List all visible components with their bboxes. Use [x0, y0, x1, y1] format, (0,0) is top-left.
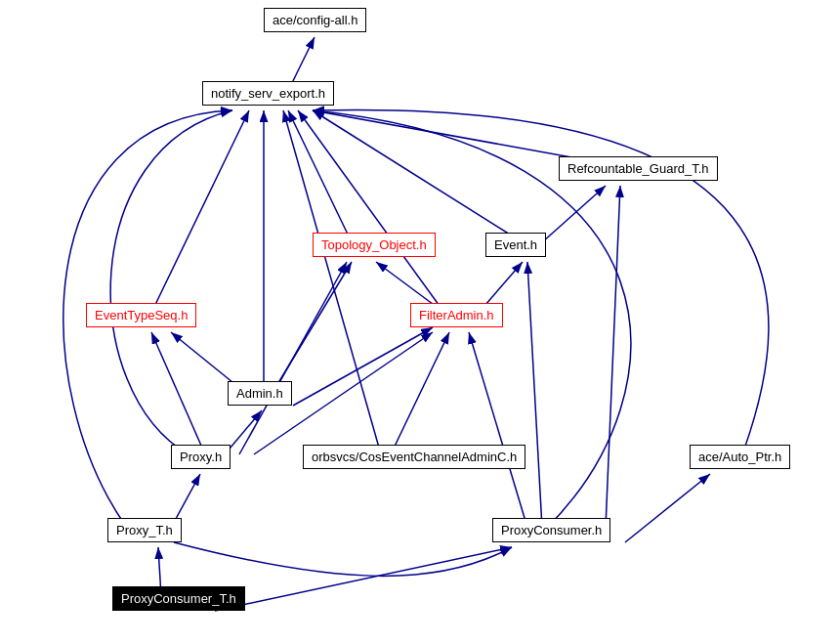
diagram-container: ace/config-all.h notify_serv_export.h Re… — [0, 0, 840, 644]
node-proxyconsumer: ProxyConsumer.h — [492, 518, 610, 542]
svg-line-24 — [625, 474, 710, 542]
svg-line-21 — [469, 332, 527, 528]
svg-line-13 — [293, 327, 433, 406]
node-topology: Topology_Object.h — [313, 233, 436, 257]
node-ace-auto: ace/Auto_Ptr.h — [690, 445, 790, 469]
node-filteradmin: FilterAdmin.h — [410, 303, 503, 327]
svg-line-23 — [606, 186, 620, 528]
svg-line-22 — [527, 262, 542, 528]
node-proxy: Proxy.h — [171, 445, 231, 469]
svg-line-5 — [151, 110, 249, 313]
node-proxyconsumer-t: ProxyConsumer_T.h — [112, 586, 245, 611]
svg-line-19 — [391, 332, 449, 454]
node-eventtypeseq: EventTypeSeq.h — [86, 303, 196, 327]
svg-line-14 — [151, 332, 205, 454]
svg-line-4 — [313, 110, 523, 242]
node-admin: Admin.h — [228, 381, 292, 406]
svg-line-26 — [215, 547, 512, 611]
node-orbsvcs: orbsvcs/CosEventChannelAdminC.h — [303, 445, 525, 469]
node-refcountable: Refcountable_Guard_T.h — [559, 156, 718, 181]
node-ace-config: ace/config-all.h — [264, 8, 366, 32]
node-proxy-t: Proxy_T.h — [107, 518, 182, 542]
svg-line-6 — [298, 110, 444, 313]
svg-line-3 — [288, 110, 352, 242]
node-event: Event.h — [485, 233, 546, 257]
svg-line-16 — [239, 262, 347, 454]
node-notify-serv: notify_serv_export.h — [202, 81, 334, 106]
